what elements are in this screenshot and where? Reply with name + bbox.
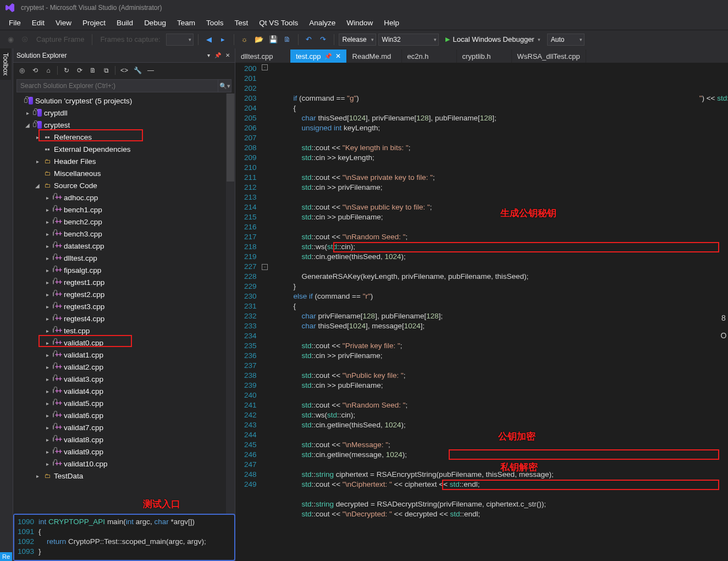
- expander-icon[interactable]: ▸: [44, 437, 51, 443]
- pin-icon[interactable]: 📌: [324, 53, 332, 60]
- tree-item[interactable]: ▸🗀TestData: [13, 470, 235, 482]
- toolbox-tab[interactable]: Toolbox: [0, 48, 11, 80]
- expander-icon[interactable]: ▸: [24, 110, 31, 116]
- menu-analyze[interactable]: Analyze: [304, 16, 341, 29]
- refresh-icon[interactable]: ↻: [61, 65, 72, 76]
- menu-view[interactable]: View: [50, 16, 77, 29]
- tree-item[interactable]: ▸++datatest.cpp: [13, 240, 235, 252]
- auto-select[interactable]: Auto: [547, 34, 584, 46]
- expander-icon[interactable]: ▸: [44, 388, 51, 394]
- tree-item[interactable]: ▸++validat5.cpp: [13, 397, 235, 409]
- menu-build[interactable]: Build: [111, 16, 139, 29]
- tree-item[interactable]: ▸🗀Header Files: [13, 155, 235, 167]
- platform-select[interactable]: Win32: [378, 34, 439, 46]
- tree-item[interactable]: ◢🗀Source Code: [13, 179, 235, 191]
- close-icon[interactable]: ✕: [224, 51, 231, 59]
- expander-icon[interactable]: ◢: [34, 183, 41, 189]
- expander-icon[interactable]: ▸: [44, 243, 51, 249]
- frames-select[interactable]: [166, 34, 194, 46]
- dropdown-icon[interactable]: ▾: [206, 51, 212, 59]
- home2-icon[interactable]: ⌂: [43, 65, 54, 76]
- expander-icon[interactable]: ▸: [44, 461, 51, 467]
- tree-item[interactable]: 🗀Miscellaneous: [13, 167, 235, 179]
- expander-icon[interactable]: ▸: [34, 473, 41, 479]
- tab-ec2n-h[interactable]: ec2n.h: [402, 50, 457, 63]
- tree-item[interactable]: ▸++validat7.cpp: [13, 421, 235, 433]
- menu-project[interactable]: Project: [77, 16, 111, 29]
- tab-dlltest-cpp[interactable]: dlltest.cpp: [235, 50, 290, 63]
- save-all-icon[interactable]: 🗎: [282, 34, 294, 46]
- tree-item[interactable]: ▸++regtest2.cpp: [13, 288, 235, 300]
- expander-icon[interactable]: ▸: [44, 231, 51, 237]
- pin-icon[interactable]: 📌: [213, 51, 223, 59]
- tab-ReadMe-md[interactable]: ReadMe.md: [347, 50, 402, 63]
- expander-icon[interactable]: ▸: [44, 376, 51, 382]
- expander-icon[interactable]: ▸: [34, 158, 41, 164]
- tree-item[interactable]: ◢cryptest: [13, 119, 235, 131]
- menu-test[interactable]: Test: [229, 16, 253, 29]
- tree-item[interactable]: ▸++fipsalgt.cpp: [13, 264, 235, 276]
- tree-item[interactable]: ▸++bench2.cpp: [13, 216, 235, 228]
- fold-column[interactable]: --: [261, 63, 269, 561]
- tree-item[interactable]: ▸++validat6.cpp: [13, 409, 235, 421]
- expander-icon[interactable]: [34, 146, 41, 152]
- tree-item[interactable]: ▸++regtest4.cpp: [13, 312, 235, 324]
- menu-team[interactable]: Team: [172, 16, 201, 29]
- expander-icon[interactable]: ▸: [44, 195, 51, 201]
- expander-icon[interactable]: ▸: [44, 352, 51, 358]
- tree-item[interactable]: ▸++test.cpp: [13, 324, 235, 337]
- code-content[interactable]: ") << std: if (command == "g") { char th…: [269, 63, 728, 561]
- expander-icon[interactable]: ▸: [44, 219, 51, 225]
- solution-node[interactable]: Solution 'cryptest' (5 projects): [13, 95, 235, 107]
- expander-icon[interactable]: [15, 98, 22, 104]
- tree-item[interactable]: ▸++validat1.cpp: [13, 349, 235, 361]
- tree-item[interactable]: ▸++validat0.cpp: [13, 337, 235, 349]
- menu-file[interactable]: File: [3, 16, 26, 29]
- expander-icon[interactable]: ▸: [44, 267, 51, 273]
- expander-icon[interactable]: ▸: [44, 255, 51, 261]
- file-icon[interactable]: 🗎: [87, 65, 98, 76]
- tree-item[interactable]: ▸++validat9.cpp: [13, 446, 235, 458]
- menu-qtvstools[interactable]: Qt VS Tools: [253, 16, 304, 29]
- menu-help[interactable]: Help: [378, 16, 405, 29]
- wrench-icon[interactable]: 🔧: [132, 65, 143, 76]
- expander-icon[interactable]: [34, 170, 41, 177]
- tab-WsRSA_dllTest-cpp[interactable]: WsRSA_dllTest.cpp: [512, 50, 586, 63]
- tree-item[interactable]: ▸++validat2.cpp: [13, 361, 235, 373]
- expander-icon[interactable]: ▸: [44, 292, 51, 298]
- expander-icon[interactable]: ▸: [44, 340, 51, 346]
- tree-item[interactable]: ▸++bench1.cpp: [13, 204, 235, 216]
- code-area[interactable]: 2002012022032042052062072082092102112122…: [235, 63, 728, 561]
- expander-icon[interactable]: ▸: [44, 279, 51, 285]
- expander-icon[interactable]: ▸: [34, 134, 41, 140]
- save-icon[interactable]: 💾: [267, 34, 279, 46]
- expander-icon[interactable]: ▸: [44, 207, 51, 213]
- expander-icon[interactable]: ▸: [44, 449, 51, 455]
- expander-icon[interactable]: ▸: [44, 413, 51, 419]
- sync-icon[interactable]: ⟳: [74, 65, 85, 76]
- solution-tree[interactable]: Solution 'cryptest' (5 projects) ▸cryptd…: [13, 94, 235, 561]
- tab-cryptlib-h[interactable]: cryptlib.h: [457, 50, 512, 63]
- copy-icon[interactable]: ⧉: [101, 65, 112, 76]
- close-icon[interactable]: ✕: [335, 52, 341, 60]
- config-select[interactable]: Release: [339, 34, 376, 46]
- nav-back-icon[interactable]: ◀: [203, 34, 215, 46]
- search-button[interactable]: 🔍▾: [218, 79, 231, 92]
- menu-edit[interactable]: Edit: [26, 16, 50, 29]
- tree-item[interactable]: ▸++validat10.cpp: [13, 458, 235, 470]
- code-icon[interactable]: <>: [119, 65, 130, 76]
- home-icon[interactable]: ◎: [16, 65, 27, 76]
- tree-item[interactable]: ▸++bench3.cpp: [13, 228, 235, 240]
- start-debug-button[interactable]: ▶ Local Windows Debugger ▾: [441, 33, 545, 46]
- new-icon[interactable]: ☼: [239, 34, 251, 46]
- expander-icon[interactable]: ▸: [44, 400, 51, 406]
- expander-icon[interactable]: ▸: [44, 304, 51, 310]
- expander-icon[interactable]: ▸: [44, 425, 51, 431]
- expander-icon[interactable]: ▸: [44, 364, 51, 370]
- tree-item[interactable]: ▸cryptdll: [13, 107, 235, 119]
- tree-item[interactable]: ▸++regtest3.cpp: [13, 300, 235, 312]
- tree-item[interactable]: ▸++validat8.cpp: [13, 433, 235, 446]
- open-icon[interactable]: 📂: [253, 34, 265, 46]
- menu-window[interactable]: Window: [341, 16, 378, 29]
- tree-item[interactable]: ▸++regtest1.cpp: [13, 276, 235, 288]
